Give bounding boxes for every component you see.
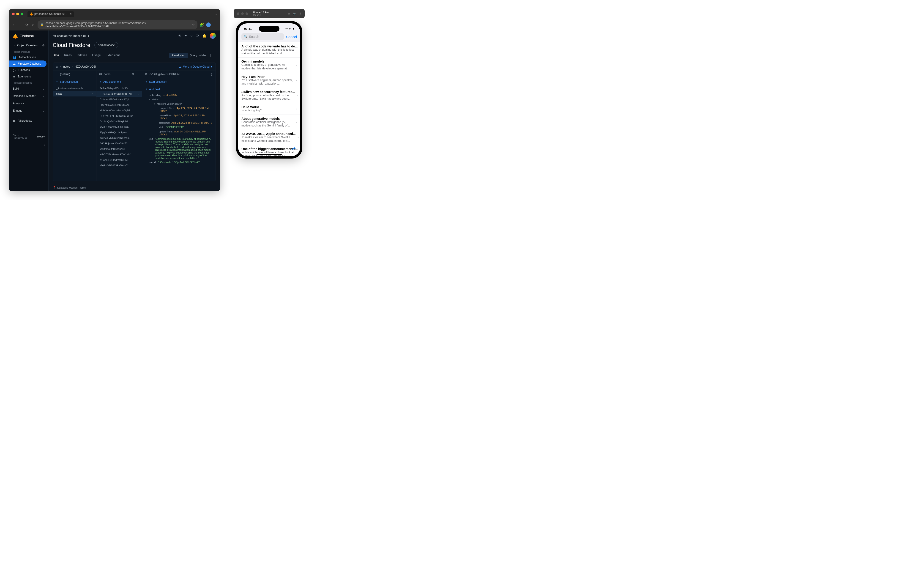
feedback-icon[interactable]: 🗨 [196, 34, 199, 38]
modify-plan-button[interactable]: Modify [38, 135, 45, 138]
sidebar-category-analytics[interactable]: Analytics⌄ [9, 100, 48, 107]
close-tab-icon[interactable]: × [70, 12, 72, 16]
document-item[interactable]: y26jksfYBSd83Rv30sWY [96, 163, 142, 168]
list-item[interactable]: Hello WorldHow is it going?› [238, 103, 300, 115]
site-info-icon[interactable]: 🔒 [40, 23, 44, 26]
tab-indexes[interactable]: Indexes [77, 51, 87, 59]
search-input[interactable]: 🔍 Search [242, 33, 284, 40]
tab-data[interactable]: Data [52, 51, 59, 59]
breadcrumb-document[interactable]: 6ZDaUg9t4VO5l. [76, 65, 96, 68]
sidebar-item-firestore[interactable]: ☁Firestore Database [9, 60, 46, 67]
sim-min-icon[interactable] [241, 12, 244, 15]
sidebar-category-build[interactable]: Build⌄ [9, 85, 48, 92]
data-menu-icon[interactable]: ⋮ [208, 54, 213, 57]
project-selector[interactable]: pfr-codelab-fvs-mobile-01 ▾ [52, 34, 89, 38]
add-document-button[interactable]: ＋Add document [96, 78, 142, 86]
document-item[interactable]: ⋮6ZDaUg9t4VO5lbPREAIL› [96, 91, 142, 97]
tabs-overflow-icon[interactable]: ⌄ [214, 12, 217, 16]
document-item[interactable]: li5gqJcNtHeQmJyLkpea [96, 130, 142, 135]
home-indicator[interactable] [256, 154, 282, 155]
breadcrumb-collection[interactable]: notes [63, 65, 70, 68]
sim-screenshot-icon[interactable]: 📷 [293, 12, 296, 15]
query-builder-button[interactable]: Query builder [190, 54, 206, 57]
settings-gear-icon[interactable]: ⚙ [42, 44, 45, 47]
document-item[interactable]: 243ee9h6kpv7Zzdxdo9D [96, 86, 142, 91]
sidebar-item-functions[interactable]: (⋅)Functions [9, 67, 48, 73]
document-item[interactable]: tVKnHcjvwlnhOoe09VB3 [96, 141, 142, 146]
list-item[interactable]: A lot of the code we write has to de...A… [238, 42, 300, 57]
reload-button[interactable]: ⟳ [25, 23, 29, 27]
list-item[interactable]: Gemini modelsGemini is a family of gener… [238, 57, 300, 73]
help-icon[interactable]: ? [190, 34, 192, 38]
column-menu-icon[interactable]: ⋮ [136, 73, 139, 76]
field-update-time[interactable]: updateTime: April 24, 2024 at 4:55:31 PM… [142, 129, 216, 137]
root-icon[interactable]: ⌂ [56, 65, 58, 68]
new-tab-button[interactable]: + [76, 12, 80, 16]
field-start-time[interactable]: startTime: April 24, 2024 at 4:55:31 PM … [142, 121, 216, 125]
document-item[interactable]: CMucncMB0a6mtHuoD2ji [96, 97, 142, 102]
field-create-time[interactable]: createTime: April 24, 2024 at 4:55:21 PM… [142, 113, 216, 121]
start-collection-button[interactable]: ＋Start collection [53, 78, 96, 86]
field-state[interactable]: state: "COMPLETED" [142, 125, 216, 129]
field-text[interactable]: text: "Gemini models Gemini is a family … [142, 137, 216, 160]
list-item[interactable]: Swift's new concurrency features...As Do… [238, 88, 300, 103]
panel-view-button[interactable]: Panel view [169, 53, 188, 58]
field-complete-time[interactable]: completeTime: April 24, 2024 at 4:55:31 … [142, 106, 216, 113]
bookmark-icon[interactable]: ☆ [192, 23, 195, 26]
forward-button[interactable]: → [18, 23, 22, 27]
document-item[interactable]: OUJsdQa6vLV4T8IqR6ak [96, 119, 142, 124]
column-menu-icon[interactable]: ⋮ [210, 73, 213, 76]
add-field-button[interactable]: ＋Add field [142, 86, 216, 93]
maximize-window-icon[interactable] [21, 13, 23, 15]
sidebar-category-engage[interactable]: Engage⌄ [9, 107, 48, 114]
filter-icon[interactable]: ⇅ [132, 73, 134, 76]
close-window-icon[interactable] [12, 13, 15, 15]
theme-icon[interactable]: ☀ [178, 34, 181, 38]
document-item[interactable]: OSGYXPF4F2K6NWmS3Rbh [96, 113, 142, 119]
start-subcollection-button[interactable]: ＋Start collection [142, 78, 216, 86]
list-item[interactable]: At WWDC 2019, Apple announced...To make … [238, 130, 300, 145]
sparkle-icon[interactable]: ✦ [184, 34, 188, 38]
sidebar-category-release[interactable]: Release & Monitor⌄ [9, 92, 48, 100]
extensions-icon[interactable]: 🧩 [200, 23, 204, 27]
field-status-fvs[interactable]: ▾firestore-vector-search [142, 102, 216, 106]
more-in-gc-link[interactable]: ☁More in Google Cloud▾ [178, 65, 212, 68]
collection-item[interactable]: _firestore-vector-search [53, 86, 96, 91]
url-field[interactable]: 🔒 console.firebase.google.com/project/pf… [38, 20, 198, 29]
field-userid[interactable]: userId: "pOeHfwsbU1ODjatMdhSPk5kTIH43" [142, 160, 216, 164]
sim-max-icon[interactable] [246, 12, 248, 15]
document-item[interactable]: w5z7CXDqGAeuuKOe1MuJ [96, 152, 142, 157]
tab-usage[interactable]: Usage [92, 51, 101, 59]
compose-button[interactable]: ✍︎ [292, 146, 296, 152]
cancel-button[interactable]: Cancel [286, 35, 297, 39]
all-products-link[interactable]: ▦All products [9, 117, 48, 124]
tab-extensions[interactable]: Extensions [106, 51, 120, 59]
list-item[interactable]: Hey! I am PeterI'm a software engineer, … [238, 73, 300, 88]
sidebar-item-extensions[interactable]: ⋔Extensions [9, 73, 48, 80]
sidebar-item-authentication[interactable]: 👥Authentication [9, 54, 48, 60]
document-item[interactable]: vzsrfrTsa6thBSpapN6l [96, 146, 142, 152]
profile-avatar-icon[interactable] [206, 23, 211, 27]
sim-share-icon[interactable]: ⇧ [299, 12, 302, 15]
list-item[interactable]: About generative modelsGenerative artifi… [238, 115, 300, 130]
collection-item[interactable]: notes› [53, 91, 96, 96]
back-button[interactable]: ← [12, 23, 16, 27]
sim-close-icon[interactable] [237, 12, 239, 15]
notifications-icon[interactable]: 🔔 [202, 34, 207, 38]
collapse-sidebar-button[interactable]: ‹ [9, 142, 48, 148]
document-item[interactable]: kbJJPFafXmb5utuCFWOx [96, 124, 142, 130]
add-database-button[interactable]: Add database [94, 42, 118, 48]
document-item[interactable]: EB2Yh9xw1S6ecCBlC7Ae [96, 102, 142, 108]
project-overview-link[interactable]: ⌂ Project Overview ⚙ [9, 42, 48, 49]
tab-rules[interactable]: Rules [64, 51, 72, 59]
home-button[interactable]: ⌂ [31, 23, 35, 27]
sim-home-icon[interactable]: ⌂ [288, 12, 290, 15]
browser-tab[interactable]: pfr-codelab-fvs-mobile-01 - × [27, 11, 74, 17]
minimize-window-icon[interactable] [16, 13, 19, 15]
document-item[interactable]: wHaeorE0CIedtWaCIBMr [96, 157, 142, 163]
browser-menu-icon[interactable]: ⋮ [213, 23, 217, 27]
field-status[interactable]: ▾status [142, 98, 216, 102]
document-item[interactable]: MI4YKm6Olapw7aLWVyDZ [96, 108, 142, 113]
field-embedding[interactable]: embedding: vector<768> [142, 93, 216, 98]
user-avatar-icon[interactable] [210, 33, 216, 39]
